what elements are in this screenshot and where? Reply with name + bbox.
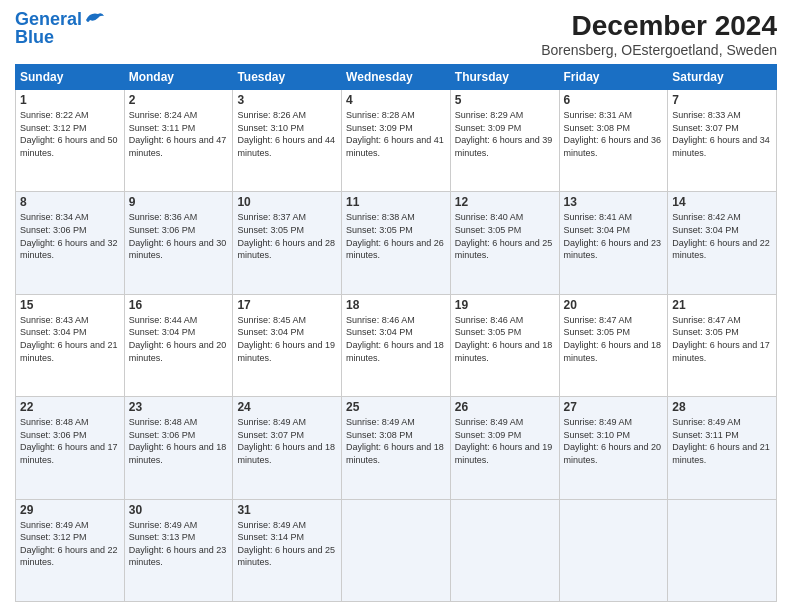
table-row: 31Sunrise: 8:49 AMSunset: 3:14 PMDayligh… xyxy=(233,499,342,601)
table-row: 25Sunrise: 8:49 AMSunset: 3:08 PMDayligh… xyxy=(342,397,451,499)
table-row: 15Sunrise: 8:43 AMSunset: 3:04 PMDayligh… xyxy=(16,294,125,396)
table-row: 14Sunrise: 8:42 AMSunset: 3:04 PMDayligh… xyxy=(668,192,777,294)
table-row: 23Sunrise: 8:48 AMSunset: 3:06 PMDayligh… xyxy=(124,397,233,499)
table-row: 3Sunrise: 8:26 AMSunset: 3:10 PMDaylight… xyxy=(233,90,342,192)
table-row: 19Sunrise: 8:46 AMSunset: 3:05 PMDayligh… xyxy=(450,294,559,396)
day-info: Sunrise: 8:49 AMSunset: 3:11 PMDaylight:… xyxy=(672,416,772,466)
day-info: Sunrise: 8:49 AMSunset: 3:13 PMDaylight:… xyxy=(129,519,229,569)
page-subtitle: Borensberg, OEstergoetland, Sweden xyxy=(541,42,777,58)
day-number: 6 xyxy=(564,93,664,107)
table-row: 4Sunrise: 8:28 AMSunset: 3:09 PMDaylight… xyxy=(342,90,451,192)
day-info: Sunrise: 8:28 AMSunset: 3:09 PMDaylight:… xyxy=(346,109,446,159)
header-friday: Friday xyxy=(559,65,668,90)
day-number: 12 xyxy=(455,195,555,209)
day-info: Sunrise: 8:49 AMSunset: 3:07 PMDaylight:… xyxy=(237,416,337,466)
day-info: Sunrise: 8:43 AMSunset: 3:04 PMDaylight:… xyxy=(20,314,120,364)
day-info: Sunrise: 8:34 AMSunset: 3:06 PMDaylight:… xyxy=(20,211,120,261)
day-number: 17 xyxy=(237,298,337,312)
day-number: 5 xyxy=(455,93,555,107)
header-monday: Monday xyxy=(124,65,233,90)
calendar-week-row: 15Sunrise: 8:43 AMSunset: 3:04 PMDayligh… xyxy=(16,294,777,396)
day-number: 27 xyxy=(564,400,664,414)
day-info: Sunrise: 8:44 AMSunset: 3:04 PMDaylight:… xyxy=(129,314,229,364)
day-number: 8 xyxy=(20,195,120,209)
table-row: 29Sunrise: 8:49 AMSunset: 3:12 PMDayligh… xyxy=(16,499,125,601)
day-info: Sunrise: 8:49 AMSunset: 3:12 PMDaylight:… xyxy=(20,519,120,569)
calendar-week-row: 22Sunrise: 8:48 AMSunset: 3:06 PMDayligh… xyxy=(16,397,777,499)
day-number: 23 xyxy=(129,400,229,414)
day-number: 7 xyxy=(672,93,772,107)
table-row: 13Sunrise: 8:41 AMSunset: 3:04 PMDayligh… xyxy=(559,192,668,294)
calendar-week-row: 8Sunrise: 8:34 AMSunset: 3:06 PMDaylight… xyxy=(16,192,777,294)
table-row xyxy=(342,499,451,601)
day-number: 30 xyxy=(129,503,229,517)
table-row: 8Sunrise: 8:34 AMSunset: 3:06 PMDaylight… xyxy=(16,192,125,294)
day-info: Sunrise: 8:31 AMSunset: 3:08 PMDaylight:… xyxy=(564,109,664,159)
day-number: 11 xyxy=(346,195,446,209)
table-row xyxy=(668,499,777,601)
logo: GeneralBlue xyxy=(15,10,106,46)
header-tuesday: Tuesday xyxy=(233,65,342,90)
day-number: 4 xyxy=(346,93,446,107)
calendar-week-row: 1Sunrise: 8:22 AMSunset: 3:12 PMDaylight… xyxy=(16,90,777,192)
table-row: 6Sunrise: 8:31 AMSunset: 3:08 PMDaylight… xyxy=(559,90,668,192)
day-number: 25 xyxy=(346,400,446,414)
day-number: 24 xyxy=(237,400,337,414)
table-row: 27Sunrise: 8:49 AMSunset: 3:10 PMDayligh… xyxy=(559,397,668,499)
table-row: 1Sunrise: 8:22 AMSunset: 3:12 PMDaylight… xyxy=(16,90,125,192)
table-row: 21Sunrise: 8:47 AMSunset: 3:05 PMDayligh… xyxy=(668,294,777,396)
day-number: 16 xyxy=(129,298,229,312)
day-info: Sunrise: 8:22 AMSunset: 3:12 PMDaylight:… xyxy=(20,109,120,159)
day-info: Sunrise: 8:40 AMSunset: 3:05 PMDaylight:… xyxy=(455,211,555,261)
logo-text: GeneralBlue xyxy=(15,10,82,46)
day-info: Sunrise: 8:47 AMSunset: 3:05 PMDaylight:… xyxy=(564,314,664,364)
page-title: December 2024 xyxy=(541,10,777,42)
header-saturday: Saturday xyxy=(668,65,777,90)
day-info: Sunrise: 8:49 AMSunset: 3:08 PMDaylight:… xyxy=(346,416,446,466)
table-row: 9Sunrise: 8:36 AMSunset: 3:06 PMDaylight… xyxy=(124,192,233,294)
day-number: 14 xyxy=(672,195,772,209)
day-info: Sunrise: 8:46 AMSunset: 3:05 PMDaylight:… xyxy=(455,314,555,364)
day-info: Sunrise: 8:49 AMSunset: 3:14 PMDaylight:… xyxy=(237,519,337,569)
day-info: Sunrise: 8:48 AMSunset: 3:06 PMDaylight:… xyxy=(20,416,120,466)
table-row: 22Sunrise: 8:48 AMSunset: 3:06 PMDayligh… xyxy=(16,397,125,499)
table-row: 18Sunrise: 8:46 AMSunset: 3:04 PMDayligh… xyxy=(342,294,451,396)
day-number: 28 xyxy=(672,400,772,414)
table-row: 30Sunrise: 8:49 AMSunset: 3:13 PMDayligh… xyxy=(124,499,233,601)
day-number: 18 xyxy=(346,298,446,312)
table-row: 20Sunrise: 8:47 AMSunset: 3:05 PMDayligh… xyxy=(559,294,668,396)
table-row: 28Sunrise: 8:49 AMSunset: 3:11 PMDayligh… xyxy=(668,397,777,499)
header-thursday: Thursday xyxy=(450,65,559,90)
table-row: 7Sunrise: 8:33 AMSunset: 3:07 PMDaylight… xyxy=(668,90,777,192)
table-row: 2Sunrise: 8:24 AMSunset: 3:11 PMDaylight… xyxy=(124,90,233,192)
day-number: 26 xyxy=(455,400,555,414)
day-info: Sunrise: 8:42 AMSunset: 3:04 PMDaylight:… xyxy=(672,211,772,261)
day-number: 15 xyxy=(20,298,120,312)
day-info: Sunrise: 8:41 AMSunset: 3:04 PMDaylight:… xyxy=(564,211,664,261)
day-info: Sunrise: 8:24 AMSunset: 3:11 PMDaylight:… xyxy=(129,109,229,159)
day-number: 29 xyxy=(20,503,120,517)
day-number: 13 xyxy=(564,195,664,209)
day-number: 20 xyxy=(564,298,664,312)
day-number: 3 xyxy=(237,93,337,107)
page: GeneralBlue December 2024 Borensberg, OE… xyxy=(0,0,792,612)
header-sunday: Sunday xyxy=(16,65,125,90)
header-wednesday: Wednesday xyxy=(342,65,451,90)
day-info: Sunrise: 8:29 AMSunset: 3:09 PMDaylight:… xyxy=(455,109,555,159)
table-row: 24Sunrise: 8:49 AMSunset: 3:07 PMDayligh… xyxy=(233,397,342,499)
logo-bird-icon xyxy=(84,10,106,28)
table-row: 12Sunrise: 8:40 AMSunset: 3:05 PMDayligh… xyxy=(450,192,559,294)
day-info: Sunrise: 8:49 AMSunset: 3:10 PMDaylight:… xyxy=(564,416,664,466)
table-row: 11Sunrise: 8:38 AMSunset: 3:05 PMDayligh… xyxy=(342,192,451,294)
day-info: Sunrise: 8:47 AMSunset: 3:05 PMDaylight:… xyxy=(672,314,772,364)
table-row: 5Sunrise: 8:29 AMSunset: 3:09 PMDaylight… xyxy=(450,90,559,192)
table-row: 10Sunrise: 8:37 AMSunset: 3:05 PMDayligh… xyxy=(233,192,342,294)
table-row xyxy=(450,499,559,601)
day-info: Sunrise: 8:37 AMSunset: 3:05 PMDaylight:… xyxy=(237,211,337,261)
table-row: 17Sunrise: 8:45 AMSunset: 3:04 PMDayligh… xyxy=(233,294,342,396)
table-row: 16Sunrise: 8:44 AMSunset: 3:04 PMDayligh… xyxy=(124,294,233,396)
title-block: December 2024 Borensberg, OEstergoetland… xyxy=(541,10,777,58)
day-number: 19 xyxy=(455,298,555,312)
table-row xyxy=(559,499,668,601)
calendar-table: Sunday Monday Tuesday Wednesday Thursday… xyxy=(15,64,777,602)
